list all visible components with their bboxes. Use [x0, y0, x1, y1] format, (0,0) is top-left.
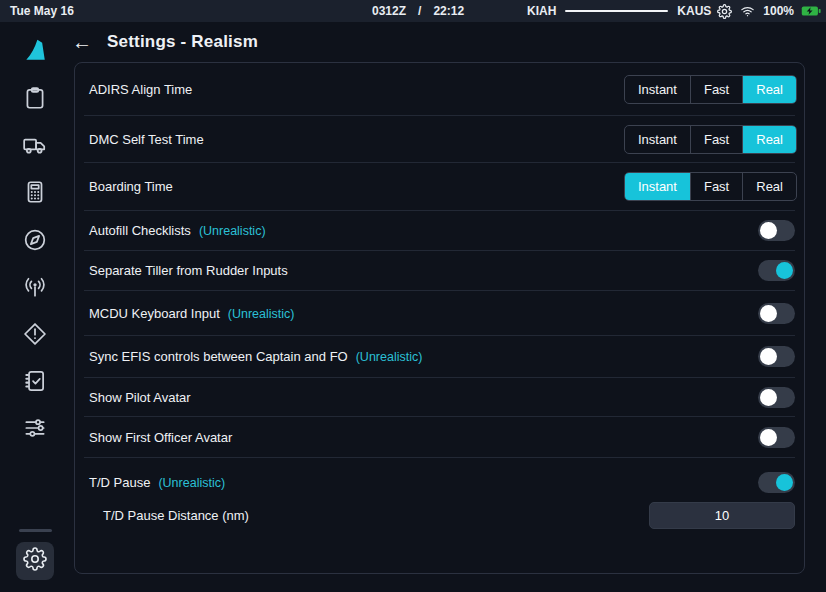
sidebar-divider — [19, 529, 52, 532]
sidebar-item-settings-active[interactable] — [16, 542, 54, 580]
origin-airport: KIAH — [527, 4, 556, 18]
destination-airport: KAUS — [677, 4, 711, 18]
setting-row-sync-efis: Sync EFIS controls between Captain and F… — [84, 336, 795, 378]
setting-label: Sync EFIS controls between Captain and F… — [89, 349, 348, 364]
adirs-option-instant[interactable]: Instant — [625, 76, 690, 103]
toggle-knob — [760, 222, 777, 239]
adirs-align-time-segmented: Instant Fast Real — [624, 75, 797, 104]
boarding-option-fast[interactable]: Fast — [690, 173, 742, 200]
toggle-knob — [760, 348, 777, 365]
status-clock: 0312Z / 22:12 — [372, 4, 464, 18]
page-title: Settings - Realism — [107, 32, 258, 52]
setting-label: Boarding Time — [89, 179, 173, 194]
route-progress-line — [565, 10, 668, 12]
efb-screen: Tue May 16 0312Z / 22:12 KIAH KAUS — [0, 0, 826, 592]
unrealistic-tag: (Unrealistic) — [228, 307, 295, 321]
show-pilot-avatar-toggle[interactable] — [758, 387, 795, 408]
dmc-option-instant[interactable]: Instant — [625, 126, 690, 153]
sidebar-item-checklists[interactable] — [22, 368, 48, 394]
setting-row-td-pause: T/D Pause (Unrealistic) — [84, 458, 795, 497]
setting-row-autofill-checklists: Autofill Checklists (Unrealistic) — [84, 211, 795, 251]
utc-time: 0312Z — [372, 4, 406, 18]
show-fo-avatar-toggle[interactable] — [758, 427, 795, 448]
status-icons: 100% — [717, 0, 821, 22]
dmc-option-fast[interactable]: Fast — [690, 126, 742, 153]
fenix-logo[interactable] — [22, 37, 48, 63]
unrealistic-tag: (Unrealistic) — [199, 224, 266, 238]
adirs-option-fast[interactable]: Fast — [690, 76, 742, 103]
boarding-option-real[interactable]: Real — [742, 173, 796, 200]
battery-charging-icon — [801, 4, 821, 18]
setting-label: Autofill Checklists — [89, 223, 191, 238]
setting-label: T/D Pause Distance (nm) — [103, 508, 249, 523]
local-time: 22:12 — [433, 4, 464, 18]
time-separator: / — [418, 4, 421, 18]
arrow-left-icon: ← — [72, 32, 92, 52]
toggle-knob — [760, 389, 777, 406]
setting-row-mcdu-keyboard: MCDU Keyboard Input (Unrealistic) — [84, 291, 795, 336]
gear-icon — [717, 4, 732, 19]
sync-efis-toggle[interactable] — [758, 346, 795, 367]
sidebar-item-flight-clipboard[interactable] — [22, 85, 48, 111]
setting-label: ADIRS Align Time — [89, 82, 192, 97]
setting-row-show-pilot-avatar: Show Pilot Avatar — [84, 378, 795, 417]
mcdu-keyboard-toggle[interactable] — [758, 303, 795, 324]
dmc-self-test-segmented: Instant Fast Real — [624, 125, 797, 154]
boarding-option-instant[interactable]: Instant — [625, 173, 690, 200]
sidebar-item-radio-antenna[interactable] — [22, 274, 48, 300]
settings-gear-icon — [23, 547, 47, 575]
setting-row-dmc-self-test: DMC Self Test Time Instant Fast Real — [84, 116, 795, 163]
unrealistic-tag: (Unrealistic) — [356, 350, 423, 364]
td-pause-toggle[interactable] — [758, 472, 795, 493]
sidebar-item-navigation-compass[interactable] — [22, 227, 48, 253]
dmc-option-real[interactable]: Real — [742, 126, 796, 153]
setting-label: T/D Pause — [89, 475, 150, 490]
page-header: ← Settings - Realism — [70, 30, 258, 54]
toggle-knob — [760, 429, 777, 446]
setting-row-show-fo-avatar: Show First Officer Avatar — [84, 417, 795, 458]
setting-row-td-pause-distance: T/D Pause Distance (nm) — [84, 497, 795, 533]
setting-row-separate-tiller: Separate Tiller from Rudder Inputs — [84, 251, 795, 291]
setting-label: MCDU Keyboard Input — [89, 306, 220, 321]
setting-label: Show Pilot Avatar — [89, 390, 191, 405]
setting-label: DMC Self Test Time — [89, 132, 204, 147]
battery-percent-label: 100% — [763, 4, 794, 18]
setting-row-boarding-time: Boarding Time Instant Fast Real — [84, 163, 795, 211]
status-date: Tue May 16 — [10, 4, 74, 18]
sidebar-item-failures-warning[interactable] — [22, 321, 48, 347]
setting-label: Separate Tiller from Rudder Inputs — [89, 263, 288, 278]
sidebar-item-controls-sliders[interactable] — [22, 415, 48, 441]
autofill-checklists-toggle[interactable] — [758, 220, 795, 241]
setting-label: Show First Officer Avatar — [89, 430, 232, 445]
wifi-icon — [739, 4, 756, 19]
boarding-time-segmented: Instant Fast Real — [624, 172, 797, 201]
realism-settings-panel: ADIRS Align Time Instant Fast Real DMC S… — [74, 62, 805, 574]
separate-tiller-toggle[interactable] — [758, 260, 795, 281]
sidebar-item-ground-services-truck[interactable] — [22, 132, 48, 158]
flight-route: KIAH KAUS — [527, 0, 711, 22]
td-pause-distance-input[interactable] — [649, 502, 795, 529]
setting-row-adirs-align-time: ADIRS Align Time Instant Fast Real — [84, 63, 795, 116]
back-button[interactable]: ← — [70, 30, 94, 54]
unrealistic-tag: (Unrealistic) — [158, 476, 225, 490]
adirs-option-real[interactable]: Real — [742, 76, 796, 103]
toggle-knob — [760, 305, 777, 322]
toggle-knob — [776, 262, 793, 279]
status-bar: Tue May 16 0312Z / 22:12 KIAH KAUS — [0, 0, 826, 22]
toggle-knob — [776, 474, 793, 491]
sidebar-item-calculator[interactable] — [22, 179, 48, 205]
